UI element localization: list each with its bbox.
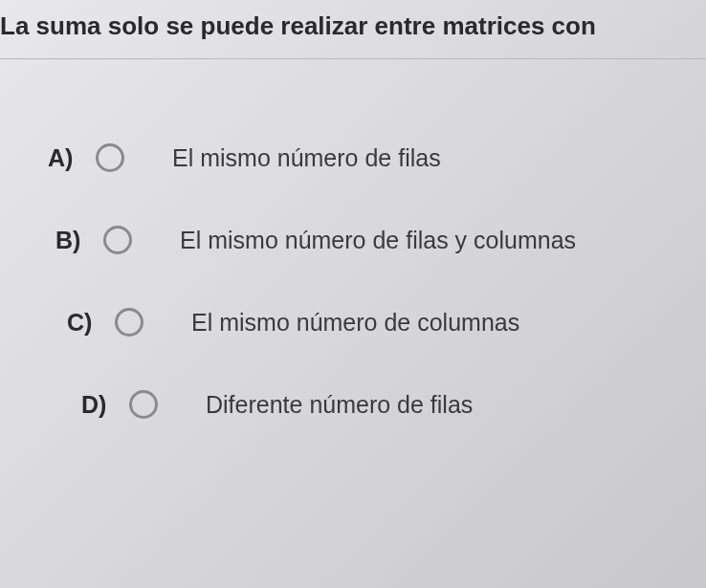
option-row-c[interactable]: C) El mismo número de columnas	[0, 281, 706, 363]
radio-c[interactable]	[115, 308, 143, 337]
option-text-c: El mismo número de columnas	[191, 309, 519, 337]
question-header: La suma solo se puede realizar entre mat…	[0, 0, 706, 59]
option-row-b[interactable]: B) El mismo número de filas y columnas	[0, 199, 706, 281]
option-text-a: El mismo número de filas	[172, 144, 441, 172]
option-letter-b: B)	[55, 227, 103, 254]
option-row-d[interactable]: D) Diferente número de filas	[0, 363, 706, 446]
option-letter-d: D)	[81, 391, 129, 419]
option-letter-c: C)	[67, 309, 115, 337]
radio-b[interactable]	[103, 226, 132, 254]
radio-d[interactable]	[129, 390, 158, 419]
option-text-d: Diferente número de filas	[206, 391, 473, 419]
option-letter-a: A)	[48, 144, 96, 172]
radio-a[interactable]	[96, 143, 124, 172]
option-text-b: El mismo número de filas y columnas	[180, 227, 576, 254]
options-container: A) El mismo número de filas B) El mismo …	[0, 59, 706, 446]
option-row-a[interactable]: A) El mismo número de filas	[0, 117, 706, 199]
question-text: La suma solo se puede realizar entre mat…	[0, 11, 596, 40]
